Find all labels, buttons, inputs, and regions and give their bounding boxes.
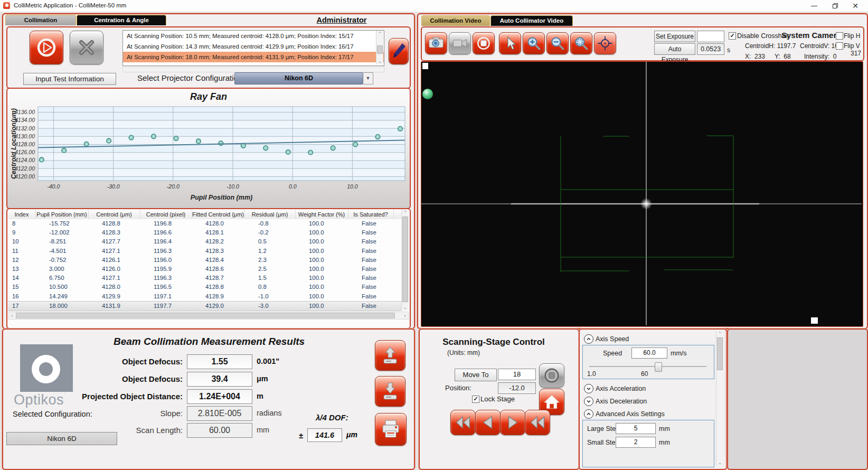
zoom-out-button[interactable] xyxy=(546,32,569,54)
intensity-readout: Intensity: 0 xyxy=(804,53,836,60)
speed-slider-track[interactable] xyxy=(589,366,706,368)
speed-field[interactable]: 60.0 xyxy=(631,347,667,359)
edit-log-button[interactable] xyxy=(389,38,409,64)
log-line[interactable]: At Scanning Position: 18.0 mm; Measured … xyxy=(123,52,384,62)
table-row[interactable]: 10-8.2514127.71196.44128.20.5100.0False xyxy=(8,237,401,246)
minimize-button[interactable]: — xyxy=(806,0,823,12)
flip-h-checkbox[interactable] xyxy=(836,32,843,40)
advanced-axis-box: Large Step 5 mm Small Step 2 mm xyxy=(582,420,714,467)
table-column-header[interactable]: Is Saturated? xyxy=(348,210,394,219)
fast-rewind-button[interactable] xyxy=(450,410,476,435)
zoom-in-button[interactable] xyxy=(523,32,545,54)
table-column-header[interactable]: Weight Factor (%) xyxy=(295,210,348,219)
auto-exposure-field[interactable]: 0.0523 xyxy=(697,43,724,55)
system-camera-title: System Camera xyxy=(781,31,841,40)
fast-forward-button[interactable] xyxy=(525,410,550,435)
tab-auto-collimator-video-display[interactable]: Auto Collimator Video Display xyxy=(490,15,573,26)
centroid-h: CentroidH: 1197.7 xyxy=(745,42,796,50)
scan-log-list[interactable]: At Scanning Position: 10.5 mm; Measured … xyxy=(122,30,384,66)
table-cell: 1.5 xyxy=(258,274,309,283)
table-cell: 17 xyxy=(12,302,40,311)
svg-text:4120.00: 4120.00 xyxy=(15,173,35,180)
set-exposure-button[interactable]: Set Exposure xyxy=(654,31,695,42)
table-row[interactable]: 9-12.0024128.31196.64128.1-0.2100.0False xyxy=(8,228,401,237)
log-line[interactable]: At Scanning Position: 14.3 mm; Measured … xyxy=(123,41,384,52)
cancel-scan-button[interactable] xyxy=(70,31,103,64)
input-test-information-button[interactable]: Input Test Information xyxy=(23,73,116,85)
table-cell: 0.5 xyxy=(258,237,309,246)
svg-text:4132.00: 4132.00 xyxy=(15,125,35,131)
snapshot-button[interactable] xyxy=(425,32,447,54)
dof-label: λ/4 DOF: xyxy=(316,413,348,422)
log-vertical-scrollbar[interactable]: ⌃⌄ xyxy=(376,31,383,64)
set-exposure-field[interactable] xyxy=(697,31,724,42)
axis-speed-expander[interactable] xyxy=(584,334,593,344)
corner-marker-topleft xyxy=(422,63,428,69)
tab-collimation-measurement[interactable]: Collimation Measurement xyxy=(5,15,76,25)
stage-stop-button[interactable] xyxy=(539,363,564,388)
flip-v-checkbox[interactable] xyxy=(836,42,843,50)
axis-deceleration-expander[interactable] xyxy=(584,397,593,406)
tab-collimation-video-display[interactable]: Collimation Video Display xyxy=(421,15,490,26)
step-forward-button[interactable] xyxy=(500,410,525,435)
table-cell: -15.752 xyxy=(49,219,102,228)
zoom-out-icon xyxy=(549,35,566,52)
pointer-tool-button[interactable] xyxy=(499,32,521,54)
table-row[interactable]: 1718.0004131.91197.74129.0-3.0100.0False xyxy=(8,301,401,311)
table-row[interactable]: 133.0004126.01195.94128.62.5100.0False xyxy=(8,265,401,274)
video-display-area[interactable] xyxy=(421,61,863,327)
table-vertical-scrollbar[interactable]: ⌃⌄ xyxy=(401,210,409,311)
table-horizontal-scrollbar[interactable]: ‹› xyxy=(8,312,409,319)
table-cell: 10 xyxy=(12,237,40,246)
table-row[interactable]: 12-0.7524126.11196.04128.42.3100.0False xyxy=(8,256,401,265)
table-column-header[interactable]: Pupil Position (mm) xyxy=(35,210,89,219)
table-column-header[interactable]: Fitted Centroid (μm) xyxy=(192,210,245,219)
disable-crosshair-checkbox[interactable]: ✓ xyxy=(729,32,736,40)
table-column-header[interactable]: Residual (μm) xyxy=(244,210,296,219)
combobox-dropdown-arrow-icon[interactable]: ▼ xyxy=(363,72,373,84)
stop-capture-button[interactable] xyxy=(473,32,495,54)
move-to-field[interactable]: 18 xyxy=(498,369,536,380)
step-back-button[interactable] xyxy=(475,410,501,435)
print-results-button[interactable] xyxy=(375,413,407,446)
table-cell: False xyxy=(362,302,407,311)
dof-plus-minus: ± xyxy=(299,431,303,440)
record-video-button[interactable] xyxy=(449,32,471,54)
table-row[interactable]: 11-4.5014127.11196.34128.31.2100.0False xyxy=(8,247,401,256)
restore-button[interactable] xyxy=(827,0,844,12)
table-body[interactable]: 8-15.7524128.81196.84128.0-0.8100.0False… xyxy=(8,219,401,311)
table-row[interactable]: 8-15.7524128.81196.84128.0-0.8100.0False xyxy=(8,219,401,228)
tab-centration-angle-measurement[interactable]: Centration & Angle Measurement xyxy=(77,15,166,25)
table-row[interactable]: 1510.5004128.01196.54128.80.8100.0False xyxy=(8,283,401,292)
log-horizontal-scrollbar[interactable] xyxy=(122,67,384,72)
video-overlay xyxy=(421,62,862,325)
table-row[interactable]: 146.7504127.11196.34128.71.5100.0False xyxy=(8,274,401,283)
projector-config-combobox[interactable]: Nikon 6D xyxy=(234,72,363,84)
load-results-button[interactable] xyxy=(375,340,405,371)
auto-exposure-button[interactable]: Auto Exposure xyxy=(654,43,695,55)
large-step-unit: mm xyxy=(659,425,670,433)
zoom-fit-button[interactable] xyxy=(570,32,592,54)
speed-slider-thumb[interactable] xyxy=(655,362,662,372)
save-results-button[interactable] xyxy=(375,376,405,407)
table-column-header[interactable]: Centroid (μm) xyxy=(88,210,140,219)
close-button[interactable]: ✕ xyxy=(847,0,864,12)
move-to-button[interactable]: Move To xyxy=(455,369,497,381)
table-row[interactable]: 1614.2494129.91197.14128.9-1.0100.0False xyxy=(8,292,401,301)
start-scan-button[interactable] xyxy=(30,31,63,64)
crosshair-tool-button[interactable] xyxy=(594,32,616,54)
table-cell: 0.8 xyxy=(258,283,309,292)
zoom-in-icon xyxy=(525,35,542,52)
large-step-field[interactable]: 5 xyxy=(616,423,656,434)
lock-stage-checkbox[interactable]: ✓ xyxy=(472,396,479,403)
axis-panel-scrollbar[interactable]: ⌃⌄ xyxy=(716,331,723,466)
advanced-axis-settings-expander[interactable] xyxy=(584,409,593,419)
table-column-header[interactable]: Centroid (pixel) xyxy=(140,210,192,219)
axis-acceleration-expander[interactable] xyxy=(584,384,593,393)
small-step-field[interactable]: 2 xyxy=(616,437,656,448)
save-icon xyxy=(380,381,401,402)
table-cell: -8.251 xyxy=(49,237,102,246)
table-column-header[interactable]: Index xyxy=(8,210,36,219)
log-line[interactable]: At Scanning Position: 10.5 mm; Measured … xyxy=(123,31,384,41)
video-camera-icon xyxy=(451,35,468,52)
